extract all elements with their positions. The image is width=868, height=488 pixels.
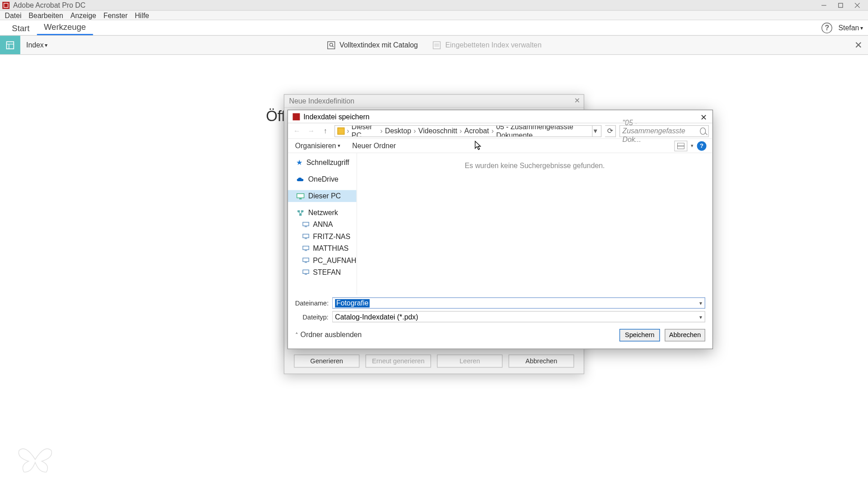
- svg-point-8: [330, 43, 333, 46]
- back-button[interactable]: ←: [292, 126, 302, 136]
- menu-edit[interactable]: Bearbeiten: [28, 11, 63, 19]
- regenerate-button: Erneut generieren: [365, 355, 431, 368]
- dialog-titlebar[interactable]: Neue Indexdefinition ✕: [284, 95, 584, 108]
- close-button[interactable]: [849, 0, 866, 10]
- close-icon[interactable]: ✕: [700, 113, 708, 122]
- tool-index-dropdown[interactable]: Index▾: [20, 41, 54, 49]
- tree-quick-access[interactable]: ★ Schnellzugriff: [288, 157, 357, 169]
- tool-category-icon: [0, 36, 20, 54]
- cancel-button[interactable]: Abbrechen: [665, 328, 705, 341]
- tool-toolbar: Index▾ Volltextindex mit Catalog Eingebe…: [0, 36, 868, 55]
- chevron-down-icon: ▾: [860, 25, 863, 31]
- save-button[interactable]: Speichern: [619, 328, 660, 341]
- view-dropdown[interactable]: ▾: [691, 143, 693, 148]
- user-menu[interactable]: Stefan: [838, 23, 859, 32]
- hide-folders-toggle[interactable]: ˄ Ordner ausblenden: [295, 331, 362, 339]
- tree-onedrive[interactable]: OneDrive: [288, 174, 357, 185]
- host-icon: [302, 245, 310, 251]
- svg-rect-22: [303, 222, 309, 226]
- tab-start[interactable]: Start: [5, 21, 37, 35]
- filetype-label: Dateityp:: [295, 313, 329, 320]
- svg-rect-30: [303, 270, 309, 273]
- tab-bar: Start Werkzeuge ? Stefan ▾: [0, 20, 868, 36]
- tree-host[interactable]: FRITZ-NAS: [288, 230, 357, 242]
- svg-rect-19: [299, 214, 302, 216]
- filetype-select[interactable]: Catalog-Indexdatei (*.pdx) ▾: [332, 311, 706, 322]
- svg-rect-27: [305, 250, 307, 251]
- close-tool-button[interactable]: ✕: [854, 39, 862, 51]
- help-icon[interactable]: ?: [822, 22, 833, 33]
- breadcrumb-item[interactable]: Videoschnitt: [418, 127, 457, 135]
- background-truncated-text: Öff: [266, 107, 285, 124]
- tool-fulltext[interactable]: Volltextindex mit Catalog: [326, 40, 418, 50]
- star-icon: ★: [296, 159, 303, 167]
- svg-rect-26: [303, 246, 309, 250]
- app-title: Adobe Acrobat Pro DC: [13, 1, 85, 9]
- svg-rect-24: [303, 234, 309, 238]
- host-icon: [302, 222, 310, 228]
- new-folder-button[interactable]: Neuer Ordner: [352, 141, 396, 150]
- svg-rect-17: [297, 210, 300, 212]
- menu-file[interactable]: Datei: [5, 11, 22, 19]
- menu-window[interactable]: Fenster: [104, 11, 128, 19]
- empty-message: Es wurden keine Suchergebnisse gefunden.: [465, 161, 605, 169]
- filename-input[interactable]: Fotografie ▾: [332, 297, 706, 309]
- chevron-down-icon[interactable]: ▾: [699, 300, 703, 306]
- tool-embedded-index: Eingebetteten Index verwalten: [432, 40, 542, 50]
- minimize-button[interactable]: [816, 0, 832, 10]
- dialog-nav-row: ← → ↑ › Dieser PC › Desktop › Videoschni…: [288, 123, 712, 139]
- view-mode-button[interactable]: [674, 141, 687, 151]
- svg-rect-31: [305, 274, 307, 275]
- chevron-down-icon[interactable]: ▾: [699, 314, 703, 319]
- folder-tree: ★ Schnellzugriff OneDrive Dieser PC: [288, 153, 357, 295]
- tree-this-pc[interactable]: Dieser PC: [288, 190, 357, 202]
- breadcrumb-item[interactable]: Dieser PC: [352, 125, 378, 136]
- tree-host[interactable]: PC_AUFNAHME: [288, 254, 357, 266]
- filename-label: Dateiname:: [295, 300, 329, 307]
- chevron-up-icon: ˄: [295, 332, 298, 338]
- main-area: Öff Neue Indexdefinition ✕ Generieren Er…: [0, 55, 868, 488]
- breadcrumb-item[interactable]: Acrobat: [464, 127, 489, 135]
- svg-rect-28: [303, 258, 309, 262]
- cloud-icon: [296, 176, 304, 182]
- menu-view[interactable]: Anzeige: [71, 11, 96, 19]
- svg-rect-18: [301, 210, 303, 212]
- search-input[interactable]: "05 - Zusammengefasste Dok...: [619, 125, 709, 136]
- tree-host[interactable]: ANNA: [288, 219, 357, 230]
- tree-host[interactable]: STEFAN: [288, 266, 357, 278]
- svg-rect-16: [299, 198, 302, 199]
- window-titlebar: Adobe Acrobat Pro DC: [0, 0, 868, 11]
- svg-rect-23: [305, 226, 307, 227]
- dialog-titlebar[interactable]: Indexdatei speichern ✕: [288, 110, 712, 123]
- svg-rect-15: [297, 193, 304, 197]
- maximize-button[interactable]: [832, 0, 849, 10]
- tree-network[interactable]: Netzwerk: [288, 207, 357, 219]
- tree-host[interactable]: MATTHIAS: [288, 243, 357, 254]
- menubar: Datei Bearbeiten Anzeige Fenster Hilfe: [0, 11, 868, 20]
- refresh-button[interactable]: ⟳: [605, 125, 616, 136]
- butterfly-watermark: [17, 445, 54, 476]
- svg-rect-1: [839, 3, 843, 7]
- host-icon: [302, 234, 310, 239]
- address-dropdown[interactable]: ▾: [592, 125, 599, 136]
- file-list: Es wurden keine Suchergebnisse gefunden.: [357, 153, 712, 295]
- network-icon: [296, 210, 304, 216]
- breadcrumb-item[interactable]: 05 - Zusammengefasste Dokumente: [496, 125, 589, 136]
- folder-icon: [337, 127, 344, 135]
- tab-tools[interactable]: Werkzeuge: [37, 20, 93, 35]
- dialog-tool-row: Organisieren▾ Neuer Ordner ▾ ?: [288, 139, 712, 153]
- svg-rect-10: [434, 42, 441, 49]
- menu-help[interactable]: Hilfe: [135, 11, 149, 19]
- organize-dropdown[interactable]: Organisieren▾: [295, 141, 340, 150]
- up-button[interactable]: ↑: [320, 126, 331, 136]
- app-icon: [292, 113, 300, 120]
- chevron-down-icon: ▾: [45, 42, 48, 48]
- host-icon: [302, 258, 310, 263]
- help-button[interactable]: ?: [697, 141, 707, 150]
- address-bar[interactable]: › Dieser PC › Desktop › Videoschnitt › A…: [335, 125, 602, 136]
- cancel-button[interactable]: Abbrechen: [509, 355, 574, 368]
- close-icon[interactable]: ✕: [574, 97, 580, 105]
- forward-button[interactable]: →: [306, 126, 316, 136]
- breadcrumb-item[interactable]: Desktop: [385, 127, 411, 135]
- generate-button[interactable]: Generieren: [294, 355, 359, 368]
